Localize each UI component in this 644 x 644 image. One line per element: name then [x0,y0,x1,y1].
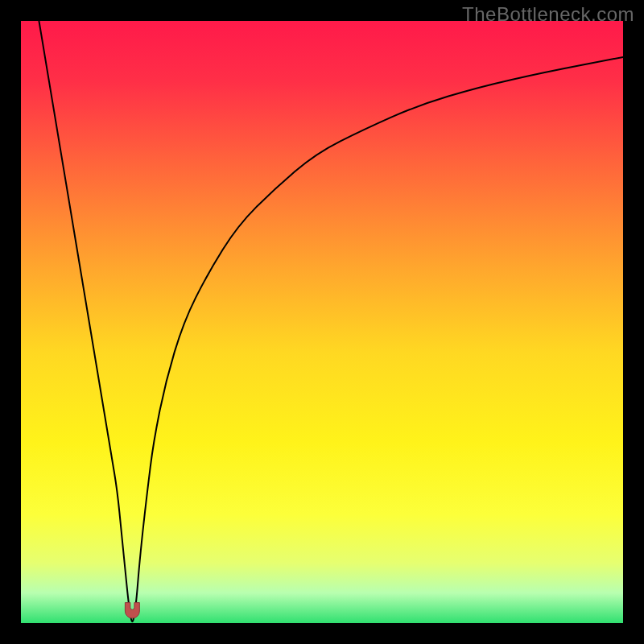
gradient-background [21,21,623,623]
plot-area [21,21,623,623]
chart-frame: TheBottleneck.com [0,0,644,644]
chart-svg [21,21,623,623]
watermark-text: TheBottleneck.com [462,3,634,26]
